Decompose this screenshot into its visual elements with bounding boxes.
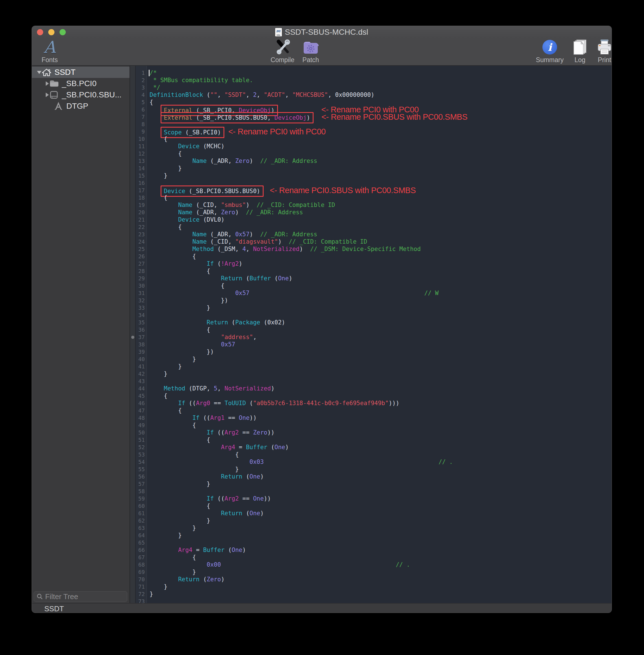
log-button[interactable]: Log bbox=[568, 39, 592, 64]
disclosure-right-icon[interactable] bbox=[46, 93, 49, 97]
code-line: 37 "address", bbox=[130, 334, 612, 341]
home-icon bbox=[42, 68, 52, 76]
line-number: 29 bbox=[136, 275, 146, 282]
sidebar-item-ssdt[interactable]: SSDT bbox=[32, 67, 130, 78]
code-line: 38 0x57 bbox=[130, 341, 612, 348]
line-number: 45 bbox=[136, 392, 146, 400]
close-button[interactable] bbox=[37, 29, 43, 35]
filter-placeholder: Filter Tree bbox=[45, 592, 78, 601]
line-number: 7 bbox=[136, 113, 146, 120]
line-number: 40 bbox=[136, 356, 146, 363]
line-number: 58 bbox=[136, 488, 146, 495]
disclosure-down-icon[interactable] bbox=[37, 71, 42, 74]
line-number: 18 bbox=[136, 194, 146, 201]
code-line: 70 Return (Zero) bbox=[130, 576, 612, 583]
code-line: 28 { bbox=[130, 267, 612, 275]
code-line: 4DefinitionBlock ("", "SSDT", 2, "ACDT",… bbox=[130, 91, 612, 98]
code-line: 35 Return (Package (0x02) bbox=[130, 319, 612, 326]
rename-highlight-box: Device (_SB.PCI0.SBUS.BUS0) bbox=[161, 185, 263, 197]
line-number: 38 bbox=[136, 341, 146, 348]
code-line: 59 If ((Arg2 == One)) bbox=[130, 495, 612, 502]
line-number: 19 bbox=[136, 201, 146, 209]
patch-icon bbox=[303, 39, 319, 55]
line-number: 59 bbox=[136, 495, 146, 502]
code-line: 11 Device (MCHC) bbox=[130, 142, 612, 150]
code-line: 14 } bbox=[130, 165, 612, 172]
code-line: 73 bbox=[130, 598, 612, 603]
title-bar[interactable]: DSL SSDT-SBUS-MCHC.dsl bbox=[32, 26, 612, 38]
summary-button[interactable]: i Summary bbox=[534, 39, 565, 64]
line-number: 63 bbox=[136, 524, 146, 532]
filter-tree-input[interactable]: Filter Tree bbox=[33, 591, 127, 602]
line-number: 64 bbox=[136, 532, 146, 539]
compile-label: Compile bbox=[271, 56, 294, 64]
code-line: 27 If (!Arg2) bbox=[130, 260, 612, 267]
line-number: 1 bbox=[136, 69, 146, 76]
line-number: 68 bbox=[136, 561, 146, 568]
line-number: 72 bbox=[136, 590, 146, 598]
drive-icon bbox=[49, 91, 59, 99]
fonts-button[interactable]: A Fonts bbox=[38, 39, 62, 64]
code-line: 7 External (_SB_.PCI0.SBUS.BUS0, DeviceO… bbox=[130, 113, 612, 120]
sidebar-item-dtgp[interactable]: DTGP bbox=[32, 100, 130, 112]
code-line: 61 Return (One) bbox=[130, 510, 612, 517]
folder-icon bbox=[49, 80, 59, 87]
code-line: 9 Scope (_SB.PCI0)<- Rename PCI0 with PC… bbox=[130, 128, 612, 135]
line-number: 48 bbox=[136, 414, 146, 422]
minimize-button[interactable] bbox=[48, 29, 54, 35]
fonts-label: Fonts bbox=[42, 56, 58, 64]
document-icon: DSL bbox=[275, 28, 282, 37]
status-path: SSDT bbox=[44, 605, 64, 613]
code-line: 64 } bbox=[130, 532, 612, 539]
line-number: 67 bbox=[136, 554, 146, 561]
code-line: 43 bbox=[130, 378, 612, 385]
line-number: 27 bbox=[136, 260, 146, 267]
code-line: 21 Device (DVL0) bbox=[130, 216, 612, 223]
sidebar-item-sb-pci0-sbus[interactable]: _SB.PCI0.SBU... bbox=[32, 89, 130, 100]
rename-annotation: <- Rename PCI0.SBUS with PC00.SMBS bbox=[270, 186, 416, 195]
rename-annotation: <- Rename PCI0 with PC00 bbox=[228, 127, 326, 136]
summary-label: Summary bbox=[536, 56, 564, 64]
code-editor[interactable]: 1/*2 * SMBus compatibility table.3 */4De… bbox=[130, 66, 612, 603]
line-number: 47 bbox=[136, 407, 146, 414]
line-number: 65 bbox=[136, 539, 146, 546]
line-number: 5 bbox=[136, 98, 146, 106]
code-line: 56 Return (One) bbox=[130, 473, 612, 480]
line-number: 31 bbox=[136, 289, 146, 297]
patch-button[interactable]: Patch bbox=[299, 39, 323, 64]
line-number: 61 bbox=[136, 510, 146, 517]
tree-label: SSDT bbox=[54, 68, 76, 77]
code-line: 30 { bbox=[130, 282, 612, 289]
line-number: 34 bbox=[136, 311, 146, 319]
line-number: 56 bbox=[136, 473, 146, 480]
sidebar-item-sb-pci0[interactable]: _SB.PCI0 bbox=[32, 78, 130, 89]
traffic-lights bbox=[37, 29, 66, 35]
line-number: 73 bbox=[136, 598, 146, 603]
line-number: 17 bbox=[136, 187, 146, 194]
code-line: 29 Return (Buffer (One) bbox=[130, 275, 612, 282]
code-lines: 1/*2 * SMBus compatibility table.3 */4De… bbox=[130, 69, 612, 603]
disclosure-right-icon[interactable] bbox=[46, 81, 49, 86]
search-icon bbox=[37, 593, 43, 600]
line-number: 3 bbox=[136, 84, 146, 91]
zoom-button[interactable] bbox=[60, 29, 66, 35]
line-number: 14 bbox=[136, 165, 146, 172]
line-number: 15 bbox=[136, 172, 146, 179]
code-line: 54 0x03 // . bbox=[130, 458, 612, 466]
line-number: 35 bbox=[136, 319, 146, 326]
line-number: 49 bbox=[136, 422, 146, 429]
text-caret bbox=[149, 70, 150, 76]
code-line: 60 { bbox=[130, 502, 612, 510]
line-number: 16 bbox=[136, 179, 146, 187]
compile-icon bbox=[274, 39, 291, 55]
code-line: 67 { bbox=[130, 554, 612, 561]
line-number: 28 bbox=[136, 267, 146, 275]
print-button[interactable]: Print bbox=[592, 39, 612, 64]
code-line: 42 } bbox=[130, 370, 612, 378]
app-window: DSL SSDT-SBUS-MCHC.dsl A Fonts Compile bbox=[31, 26, 612, 613]
code-line: 66 Arg4 = Buffer (One) bbox=[130, 546, 612, 554]
doc-badge: DSL bbox=[275, 34, 282, 36]
line-number: 69 bbox=[136, 568, 146, 576]
compile-button[interactable]: Compile bbox=[268, 39, 297, 64]
log-label: Log bbox=[575, 56, 585, 64]
